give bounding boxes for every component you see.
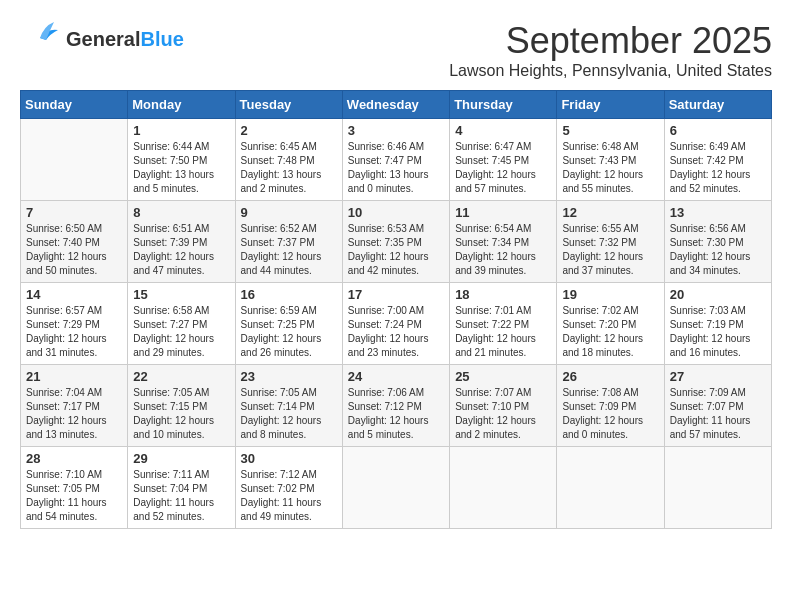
calendar-cell: 23Sunrise: 7:05 AMSunset: 7:14 PMDayligh… [235,365,342,447]
day-info: Sunrise: 6:50 AMSunset: 7:40 PMDaylight:… [26,222,122,278]
month-title: September 2025 [449,20,772,62]
calendar-table: SundayMondayTuesdayWednesdayThursdayFrid… [20,90,772,529]
day-number: 22 [133,369,229,384]
day-info: Sunrise: 6:57 AMSunset: 7:29 PMDaylight:… [26,304,122,360]
day-number: 23 [241,369,337,384]
calendar-cell: 25Sunrise: 7:07 AMSunset: 7:10 PMDayligh… [450,365,557,447]
day-info: Sunrise: 7:01 AMSunset: 7:22 PMDaylight:… [455,304,551,360]
calendar-cell: 27Sunrise: 7:09 AMSunset: 7:07 PMDayligh… [664,365,771,447]
day-info: Sunrise: 7:12 AMSunset: 7:02 PMDaylight:… [241,468,337,524]
day-info: Sunrise: 6:54 AMSunset: 7:34 PMDaylight:… [455,222,551,278]
day-number: 12 [562,205,658,220]
calendar-header-row: SundayMondayTuesdayWednesdayThursdayFrid… [21,91,772,119]
day-number: 7 [26,205,122,220]
logo-blue: Blue [140,28,183,50]
day-number: 24 [348,369,444,384]
calendar-cell: 16Sunrise: 6:59 AMSunset: 7:25 PMDayligh… [235,283,342,365]
day-info: Sunrise: 6:55 AMSunset: 7:32 PMDaylight:… [562,222,658,278]
location: Lawson Heights, Pennsylvania, United Sta… [449,62,772,80]
title-area: September 2025 Lawson Heights, Pennsylva… [449,20,772,80]
calendar-cell: 4Sunrise: 6:47 AMSunset: 7:45 PMDaylight… [450,119,557,201]
calendar-cell [21,119,128,201]
day-info: Sunrise: 6:53 AMSunset: 7:35 PMDaylight:… [348,222,444,278]
day-info: Sunrise: 6:56 AMSunset: 7:30 PMDaylight:… [670,222,766,278]
day-info: Sunrise: 7:11 AMSunset: 7:04 PMDaylight:… [133,468,229,524]
calendar-cell [557,447,664,529]
day-info: Sunrise: 6:48 AMSunset: 7:43 PMDaylight:… [562,140,658,196]
day-number: 19 [562,287,658,302]
calendar-cell: 9Sunrise: 6:52 AMSunset: 7:37 PMDaylight… [235,201,342,283]
day-info: Sunrise: 6:47 AMSunset: 7:45 PMDaylight:… [455,140,551,196]
calendar-cell: 18Sunrise: 7:01 AMSunset: 7:22 PMDayligh… [450,283,557,365]
calendar-cell: 24Sunrise: 7:06 AMSunset: 7:12 PMDayligh… [342,365,449,447]
logo: GeneralBlue [20,20,184,58]
day-info: Sunrise: 7:08 AMSunset: 7:09 PMDaylight:… [562,386,658,442]
day-number: 21 [26,369,122,384]
calendar-week-row: 14Sunrise: 6:57 AMSunset: 7:29 PMDayligh… [21,283,772,365]
calendar-cell: 30Sunrise: 7:12 AMSunset: 7:02 PMDayligh… [235,447,342,529]
weekday-header-saturday: Saturday [664,91,771,119]
day-info: Sunrise: 7:03 AMSunset: 7:19 PMDaylight:… [670,304,766,360]
calendar-cell: 2Sunrise: 6:45 AMSunset: 7:48 PMDaylight… [235,119,342,201]
day-info: Sunrise: 6:46 AMSunset: 7:47 PMDaylight:… [348,140,444,196]
day-number: 13 [670,205,766,220]
day-info: Sunrise: 6:45 AMSunset: 7:48 PMDaylight:… [241,140,337,196]
logo-bird-icon [20,20,62,58]
calendar-cell [450,447,557,529]
calendar-cell: 20Sunrise: 7:03 AMSunset: 7:19 PMDayligh… [664,283,771,365]
calendar-cell: 29Sunrise: 7:11 AMSunset: 7:04 PMDayligh… [128,447,235,529]
day-info: Sunrise: 7:10 AMSunset: 7:05 PMDaylight:… [26,468,122,524]
day-info: Sunrise: 7:02 AMSunset: 7:20 PMDaylight:… [562,304,658,360]
day-info: Sunrise: 6:58 AMSunset: 7:27 PMDaylight:… [133,304,229,360]
day-number: 3 [348,123,444,138]
calendar-cell: 22Sunrise: 7:05 AMSunset: 7:15 PMDayligh… [128,365,235,447]
weekday-header-tuesday: Tuesday [235,91,342,119]
calendar-week-row: 21Sunrise: 7:04 AMSunset: 7:17 PMDayligh… [21,365,772,447]
calendar-cell: 14Sunrise: 6:57 AMSunset: 7:29 PMDayligh… [21,283,128,365]
calendar-cell: 10Sunrise: 6:53 AMSunset: 7:35 PMDayligh… [342,201,449,283]
day-number: 20 [670,287,766,302]
day-info: Sunrise: 7:04 AMSunset: 7:17 PMDaylight:… [26,386,122,442]
calendar-cell: 21Sunrise: 7:04 AMSunset: 7:17 PMDayligh… [21,365,128,447]
calendar-week-row: 7Sunrise: 6:50 AMSunset: 7:40 PMDaylight… [21,201,772,283]
day-info: Sunrise: 6:59 AMSunset: 7:25 PMDaylight:… [241,304,337,360]
calendar-week-row: 28Sunrise: 7:10 AMSunset: 7:05 PMDayligh… [21,447,772,529]
day-info: Sunrise: 7:00 AMSunset: 7:24 PMDaylight:… [348,304,444,360]
day-info: Sunrise: 6:51 AMSunset: 7:39 PMDaylight:… [133,222,229,278]
calendar-cell: 8Sunrise: 6:51 AMSunset: 7:39 PMDaylight… [128,201,235,283]
calendar-cell: 7Sunrise: 6:50 AMSunset: 7:40 PMDaylight… [21,201,128,283]
weekday-header-wednesday: Wednesday [342,91,449,119]
calendar-cell [342,447,449,529]
day-number: 15 [133,287,229,302]
day-number: 1 [133,123,229,138]
day-info: Sunrise: 7:06 AMSunset: 7:12 PMDaylight:… [348,386,444,442]
day-info: Sunrise: 7:09 AMSunset: 7:07 PMDaylight:… [670,386,766,442]
page-header: GeneralBlue September 2025 Lawson Height… [20,20,772,80]
day-number: 11 [455,205,551,220]
calendar-cell: 15Sunrise: 6:58 AMSunset: 7:27 PMDayligh… [128,283,235,365]
day-number: 10 [348,205,444,220]
day-number: 6 [670,123,766,138]
calendar-cell: 3Sunrise: 6:46 AMSunset: 7:47 PMDaylight… [342,119,449,201]
day-info: Sunrise: 7:05 AMSunset: 7:14 PMDaylight:… [241,386,337,442]
day-number: 29 [133,451,229,466]
weekday-header-thursday: Thursday [450,91,557,119]
calendar-cell: 28Sunrise: 7:10 AMSunset: 7:05 PMDayligh… [21,447,128,529]
day-number: 28 [26,451,122,466]
day-info: Sunrise: 7:05 AMSunset: 7:15 PMDaylight:… [133,386,229,442]
day-number: 14 [26,287,122,302]
day-number: 4 [455,123,551,138]
day-info: Sunrise: 6:52 AMSunset: 7:37 PMDaylight:… [241,222,337,278]
calendar-cell: 13Sunrise: 6:56 AMSunset: 7:30 PMDayligh… [664,201,771,283]
day-number: 25 [455,369,551,384]
day-number: 17 [348,287,444,302]
day-number: 5 [562,123,658,138]
day-number: 2 [241,123,337,138]
calendar-cell: 19Sunrise: 7:02 AMSunset: 7:20 PMDayligh… [557,283,664,365]
day-info: Sunrise: 6:44 AMSunset: 7:50 PMDaylight:… [133,140,229,196]
weekday-header-monday: Monday [128,91,235,119]
day-number: 8 [133,205,229,220]
calendar-cell: 5Sunrise: 6:48 AMSunset: 7:43 PMDaylight… [557,119,664,201]
day-number: 30 [241,451,337,466]
calendar-week-row: 1Sunrise: 6:44 AMSunset: 7:50 PMDaylight… [21,119,772,201]
